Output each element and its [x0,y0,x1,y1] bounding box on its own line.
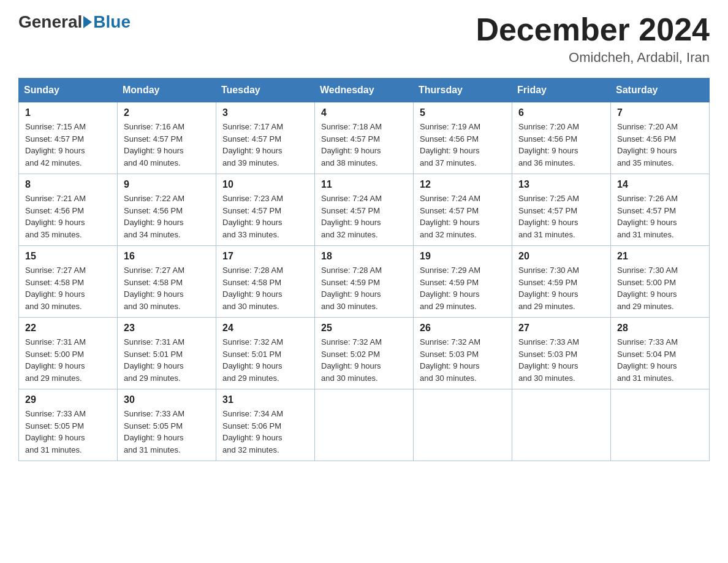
day-number: 1 [25,107,111,118]
calendar-week-1: 1Sunrise: 7:15 AMSunset: 4:57 PMDaylight… [19,102,710,174]
calendar-week-5: 29Sunrise: 7:33 AMSunset: 5:05 PMDayligh… [19,389,710,461]
calendar-week-2: 8Sunrise: 7:21 AMSunset: 4:56 PMDaylight… [19,174,710,246]
calendar-cell: 7Sunrise: 7:20 AMSunset: 4:56 PMDaylight… [611,102,710,174]
calendar-cell: 24Sunrise: 7:32 AMSunset: 5:01 PMDayligh… [216,318,315,389]
day-info: Sunrise: 7:31 AMSunset: 5:00 PMDaylight:… [25,336,111,384]
weekday-header-tuesday: Tuesday [216,79,315,102]
day-number: 8 [25,179,111,190]
calendar-cell: 22Sunrise: 7:31 AMSunset: 5:00 PMDayligh… [19,318,118,389]
day-info: Sunrise: 7:32 AMSunset: 5:03 PMDaylight:… [420,336,506,384]
day-info: Sunrise: 7:29 AMSunset: 4:59 PMDaylight:… [420,264,506,312]
calendar-cell: 16Sunrise: 7:27 AMSunset: 4:58 PMDayligh… [118,246,216,318]
day-number: 10 [222,179,308,190]
weekday-header-thursday: Thursday [414,79,512,102]
calendar-cell: 12Sunrise: 7:24 AMSunset: 4:57 PMDayligh… [414,174,512,246]
logo-general-text: General [18,12,82,32]
month-title: December 2024 [476,12,710,47]
day-number: 23 [124,323,210,334]
logo: General Blue [18,12,131,32]
day-number: 18 [321,251,407,262]
calendar-cell: 15Sunrise: 7:27 AMSunset: 4:58 PMDayligh… [19,246,118,318]
day-number: 12 [420,179,506,190]
weekday-header-friday: Friday [512,79,611,102]
day-info: Sunrise: 7:25 AMSunset: 4:57 PMDaylight:… [518,193,604,240]
calendar-cell: 27Sunrise: 7:33 AMSunset: 5:03 PMDayligh… [512,318,611,389]
calendar-cell: 17Sunrise: 7:28 AMSunset: 4:58 PMDayligh… [216,246,315,318]
calendar-week-4: 22Sunrise: 7:31 AMSunset: 5:00 PMDayligh… [19,318,710,389]
calendar-cell: 28Sunrise: 7:33 AMSunset: 5:04 PMDayligh… [611,318,710,389]
day-info: Sunrise: 7:31 AMSunset: 5:01 PMDaylight:… [124,336,210,384]
day-number: 15 [25,251,111,262]
day-number: 9 [124,179,210,190]
calendar-cell: 29Sunrise: 7:33 AMSunset: 5:05 PMDayligh… [19,389,118,461]
day-number: 11 [321,179,407,190]
day-number: 31 [222,394,308,405]
day-number: 25 [321,323,407,334]
day-number: 2 [124,107,210,118]
weekday-header-sunday: Sunday [19,79,118,102]
weekday-header-row: SundayMondayTuesdayWednesdayThursdayFrid… [19,79,710,102]
day-number: 28 [617,323,703,334]
calendar-cell [315,389,414,461]
day-number: 7 [617,107,703,118]
day-info: Sunrise: 7:18 AMSunset: 4:57 PMDaylight:… [321,121,407,169]
day-info: Sunrise: 7:26 AMSunset: 4:57 PMDaylight:… [617,193,703,240]
calendar-cell: 26Sunrise: 7:32 AMSunset: 5:03 PMDayligh… [414,318,512,389]
weekday-header-saturday: Saturday [611,79,710,102]
day-info: Sunrise: 7:32 AMSunset: 5:02 PMDaylight:… [321,336,407,384]
day-info: Sunrise: 7:16 AMSunset: 4:57 PMDaylight:… [124,121,210,169]
day-info: Sunrise: 7:33 AMSunset: 5:05 PMDaylight:… [25,408,111,456]
calendar-cell: 10Sunrise: 7:23 AMSunset: 4:57 PMDayligh… [216,174,315,246]
day-info: Sunrise: 7:33 AMSunset: 5:04 PMDaylight:… [617,336,703,384]
calendar-cell: 18Sunrise: 7:28 AMSunset: 4:59 PMDayligh… [315,246,414,318]
day-info: Sunrise: 7:28 AMSunset: 4:58 PMDaylight:… [222,264,308,312]
calendar-cell: 31Sunrise: 7:34 AMSunset: 5:06 PMDayligh… [216,389,315,461]
day-number: 29 [25,394,111,405]
day-info: Sunrise: 7:20 AMSunset: 4:56 PMDaylight:… [617,121,703,169]
day-info: Sunrise: 7:20 AMSunset: 4:56 PMDaylight:… [518,121,604,169]
day-info: Sunrise: 7:24 AMSunset: 4:57 PMDaylight:… [420,193,506,240]
calendar-cell: 25Sunrise: 7:32 AMSunset: 5:02 PMDayligh… [315,318,414,389]
logo-arrow-icon [83,16,92,28]
calendar-table: SundayMondayTuesdayWednesdayThursdayFrid… [18,78,710,461]
calendar-cell: 11Sunrise: 7:24 AMSunset: 4:57 PMDayligh… [315,174,414,246]
calendar-cell: 20Sunrise: 7:30 AMSunset: 4:59 PMDayligh… [512,246,611,318]
weekday-header-wednesday: Wednesday [315,79,414,102]
day-info: Sunrise: 7:23 AMSunset: 4:57 PMDaylight:… [222,193,308,240]
day-info: Sunrise: 7:17 AMSunset: 4:57 PMDaylight:… [222,121,308,169]
day-info: Sunrise: 7:33 AMSunset: 5:03 PMDaylight:… [518,336,604,384]
day-number: 26 [420,323,506,334]
day-info: Sunrise: 7:24 AMSunset: 4:57 PMDaylight:… [321,193,407,240]
day-info: Sunrise: 7:22 AMSunset: 4:56 PMDaylight:… [124,193,210,240]
calendar-cell [611,389,710,461]
calendar-cell [512,389,611,461]
day-info: Sunrise: 7:33 AMSunset: 5:05 PMDaylight:… [124,408,210,456]
day-info: Sunrise: 7:28 AMSunset: 4:59 PMDaylight:… [321,264,407,312]
title-block: December 2024 Omidcheh, Ardabil, Iran [476,12,710,66]
day-number: 5 [420,107,506,118]
day-number: 4 [321,107,407,118]
location-title: Omidcheh, Ardabil, Iran [476,50,710,66]
logo-blue-text: Blue [93,12,131,32]
day-number: 19 [420,251,506,262]
calendar-cell: 9Sunrise: 7:22 AMSunset: 4:56 PMDaylight… [118,174,216,246]
calendar-cell: 3Sunrise: 7:17 AMSunset: 4:57 PMDaylight… [216,102,315,174]
day-number: 24 [222,323,308,334]
day-info: Sunrise: 7:21 AMSunset: 4:56 PMDaylight:… [25,193,111,240]
day-number: 16 [124,251,210,262]
calendar-cell: 21Sunrise: 7:30 AMSunset: 5:00 PMDayligh… [611,246,710,318]
day-info: Sunrise: 7:27 AMSunset: 4:58 PMDaylight:… [124,264,210,312]
day-number: 21 [617,251,703,262]
day-number: 30 [124,394,210,405]
day-info: Sunrise: 7:30 AMSunset: 4:59 PMDaylight:… [518,264,604,312]
calendar-cell: 1Sunrise: 7:15 AMSunset: 4:57 PMDaylight… [19,102,118,174]
calendar-cell: 6Sunrise: 7:20 AMSunset: 4:56 PMDaylight… [512,102,611,174]
calendar-cell: 30Sunrise: 7:33 AMSunset: 5:05 PMDayligh… [118,389,216,461]
calendar-cell: 4Sunrise: 7:18 AMSunset: 4:57 PMDaylight… [315,102,414,174]
day-info: Sunrise: 7:27 AMSunset: 4:58 PMDaylight:… [25,264,111,312]
day-number: 6 [518,107,604,118]
day-number: 14 [617,179,703,190]
calendar-cell: 13Sunrise: 7:25 AMSunset: 4:57 PMDayligh… [512,174,611,246]
day-number: 20 [518,251,604,262]
day-info: Sunrise: 7:19 AMSunset: 4:56 PMDaylight:… [420,121,506,169]
